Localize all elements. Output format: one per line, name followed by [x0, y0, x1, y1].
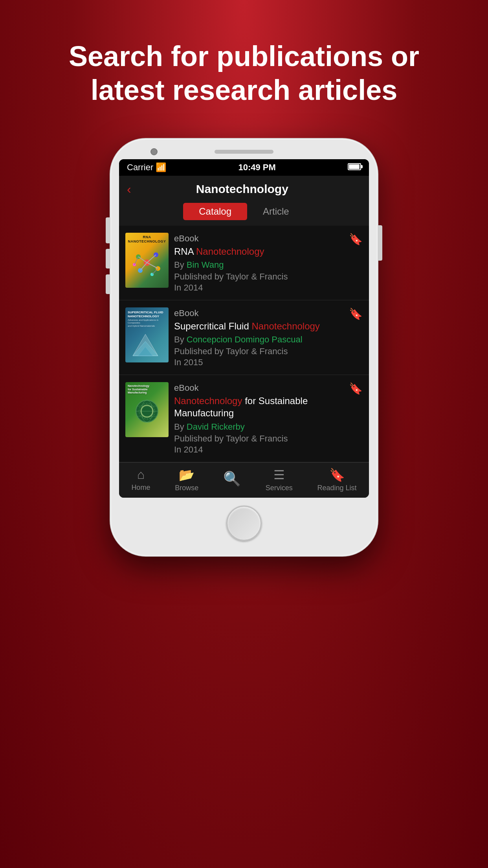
phone-speaker [215, 150, 273, 154]
author-link[interactable]: Bin Wang [187, 260, 224, 270]
reading-list-icon: 🔖 [329, 467, 345, 482]
cover-title: Supercritical FluidNanotechnology [128, 311, 163, 318]
nav-home-label: Home [131, 484, 150, 492]
table-row[interactable]: RNANANOTECHNOLOGY [119, 226, 369, 300]
status-time: 10:49 PM [238, 162, 275, 173]
status-bar: Carrier 📶 10:49 PM [119, 159, 369, 176]
book-title: RNA Nanotechnology [174, 245, 363, 257]
globe-illustration [133, 397, 161, 425]
sc-illustration [128, 331, 163, 359]
cover-subtitle: Advances and Applications in Compositesa… [128, 319, 166, 327]
book-author: By Concepcion Domingo Pascual [174, 335, 363, 345]
book-list: RNANANOTECHNOLOGY [119, 226, 369, 462]
mute-switch [106, 229, 110, 243]
home-icon: ⌂ [137, 467, 145, 482]
bookmark-icon[interactable]: 🔖 [349, 233, 363, 246]
browse-icon: 📂 [179, 467, 194, 482]
svg-line-12 [152, 268, 158, 274]
nav-browse-label: Browse [175, 484, 198, 492]
tab-catalog[interactable]: Catalog [183, 203, 247, 220]
volume-up-button [106, 249, 110, 268]
home-button[interactable] [226, 506, 262, 541]
cover-title: Nanotechnologyfor SustainableManufacturi… [128, 384, 149, 394]
title-highlight: Nanotechnology [174, 395, 242, 406]
services-icon: ☰ [273, 467, 285, 482]
book-publisher: Published by Taylor & Francis [174, 434, 363, 444]
search-icon: 🔍 [223, 471, 241, 487]
table-row[interactable]: Nanotechnologyfor SustainableManufacturi… [119, 375, 369, 462]
table-row[interactable]: Supercritical FluidNanotechnology Advanc… [119, 300, 369, 375]
nav-reading-list[interactable]: 🔖 Reading List [317, 467, 357, 492]
title-highlight: Nanotechnology [196, 246, 264, 257]
nav-home[interactable]: ⌂ Home [131, 467, 150, 492]
author-link[interactable]: David Rickerby [187, 422, 245, 432]
book-type: eBook [174, 308, 363, 318]
svg-line-5 [138, 257, 147, 263]
book-info-sc: eBook Supercritical Fluid Nanotechnology… [174, 307, 363, 368]
nav-browse[interactable]: 📂 Browse [175, 467, 198, 492]
phone-mockup: Carrier 📶 10:49 PM ‹ Nanotechnology Cata… [110, 139, 378, 556]
volume-down-button [106, 274, 110, 294]
book-info-nano: eBook Nanotechnology for Sustainable Man… [174, 382, 363, 454]
book-cover-sc: Supercritical FluidNanotechnology Advanc… [125, 307, 169, 362]
molecule-illustration [130, 245, 164, 280]
bookmark-icon[interactable]: 🔖 [349, 382, 363, 395]
bottom-navigation: ⌂ Home 📂 Browse 🔍 ☰ Services 🔖 Reading L… [119, 462, 369, 498]
page-title: Nanotechnology [135, 182, 349, 196]
svg-line-8 [140, 263, 147, 270]
phone-bottom [119, 498, 369, 545]
phone-top-bar [119, 150, 369, 154]
navigation-bar: ‹ Nanotechnology [119, 176, 369, 203]
book-author: By Bin Wang [174, 260, 363, 270]
author-link[interactable]: Concepcion Domingo Pascual [187, 335, 303, 344]
front-camera [150, 148, 158, 155]
tab-article[interactable]: Article [247, 203, 305, 220]
headline: Search for publications or latest resear… [0, 39, 488, 107]
nav-reading-list-label: Reading List [317, 484, 357, 492]
back-button[interactable]: ‹ [127, 182, 131, 197]
phone-screen: Carrier 📶 10:49 PM ‹ Nanotechnology Cata… [119, 159, 369, 498]
book-year: In 2014 [174, 283, 363, 293]
nav-services-label: Services [266, 484, 293, 492]
book-publisher: Published by Taylor & Francis [174, 272, 363, 282]
carrier-info: Carrier 📶 [127, 162, 166, 173]
svg-line-6 [147, 255, 156, 263]
cover-title: RNANANOTECHNOLOGY [128, 235, 166, 244]
book-info-rna: eBook RNA Nanotechnology By Bin Wang Pub… [174, 233, 363, 293]
nav-services[interactable]: ☰ Services [266, 467, 293, 492]
carrier-label: Carrier [127, 162, 153, 173]
bookmark-icon[interactable]: 🔖 [349, 307, 363, 320]
book-type: eBook [174, 234, 363, 244]
nav-search[interactable]: 🔍 [223, 471, 241, 489]
book-type: eBook [174, 383, 363, 393]
battery-indicator [348, 162, 361, 173]
book-cover-nano: Nanotechnologyfor SustainableManufacturi… [125, 382, 169, 437]
book-cover-rna: RNANANOTECHNOLOGY [125, 233, 169, 288]
book-year: In 2015 [174, 357, 363, 368]
book-year: In 2014 [174, 445, 363, 455]
book-author: By David Rickerby [174, 422, 363, 432]
tabs-bar: Catalog Article [119, 203, 369, 226]
svg-line-7 [147, 263, 158, 268]
title-highlight: Nanotechnology [251, 321, 319, 331]
book-title: Nanotechnology for Sustainable Manufactu… [174, 395, 363, 419]
book-title: Supercritical Fluid Nanotechnology [174, 320, 363, 332]
wifi-icon: 📶 [156, 162, 166, 173]
book-publisher: Published by Taylor & Francis [174, 346, 363, 357]
